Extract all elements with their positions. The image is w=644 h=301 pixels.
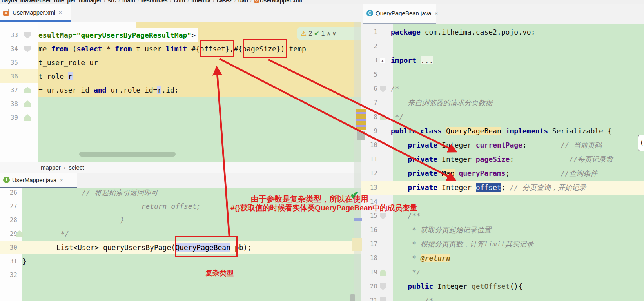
code-line[interactable]: 31}	[0, 254, 361, 268]
breadcrumb[interactable]: day09_maven-user_role_per_manager/src/ma…	[0, 0, 644, 4]
code-line[interactable]: 38	[0, 97, 361, 111]
breadcrumb-path[interactable]: day09_maven-user_role_per_manager/src/ma…	[2, 0, 302, 4]
code-line[interactable]: 11 private Integer pageSize; //每页记录数	[361, 152, 644, 166]
fold-marker-icon[interactable]	[24, 100, 31, 107]
fold-marker-icon[interactable]	[380, 114, 386, 120]
xml-tag-breadcrumb[interactable]: mapper › select	[0, 162, 361, 173]
code-line[interactable]: 34me from (select * from t_user limit #{…	[0, 42, 361, 56]
line-number[interactable]: 33	[0, 28, 18, 42]
close-icon[interactable]: ×	[58, 9, 62, 15]
breadcrumb-item-mapper[interactable]: mapper	[41, 164, 61, 171]
code-line[interactable]: 13 private Integer offset; // 分页查询，开始记录	[361, 181, 644, 195]
code-line[interactable]: 5	[361, 67, 644, 82]
line-number[interactable]: 17	[361, 237, 377, 251]
code-line[interactable]: 28 }	[0, 213, 361, 227]
code-line[interactable]: 9public class QueryPageBean implements S…	[361, 124, 644, 138]
line-number[interactable]: 29	[0, 227, 17, 241]
breadcrumb-item[interactable]: day09_maven-user_role_per_manager	[2, 0, 102, 4]
code-line[interactable]: 19 */	[361, 265, 644, 279]
editor-usermapper-java[interactable]: 26 // 将起始索引返回即可27 return offset;28 }29 *…	[0, 188, 361, 301]
line-number[interactable]: 35	[0, 56, 18, 69]
floating-widget-partial[interactable]: (	[638, 135, 644, 151]
editor-usermapper-xml[interactable]: 33esultMap="queryUsersByPageResultMap">3…	[0, 22, 361, 162]
code-line[interactable]: 3import ...	[361, 53, 644, 67]
line-number[interactable]: 11	[361, 152, 377, 166]
close-icon[interactable]: ×	[435, 10, 438, 16]
fold-marker-icon[interactable]	[24, 32, 31, 38]
fold-marker-icon[interactable]	[380, 283, 386, 290]
line-number[interactable]: 31	[0, 254, 17, 268]
code-line[interactable]: 17 * 根据分页页数，计算limit其实记录	[361, 237, 644, 251]
fold-marker-icon[interactable]	[24, 46, 31, 52]
code-line[interactable]: 14	[361, 195, 644, 209]
code-line[interactable]: 39	[0, 111, 361, 124]
line-number[interactable]: 30	[0, 241, 17, 254]
code-line[interactable]: 2	[361, 39, 644, 53]
line-number[interactable]: 15	[361, 209, 377, 223]
line-number[interactable]: 13	[361, 181, 377, 195]
line-number[interactable]: 34	[0, 42, 18, 56]
line-number[interactable]: 28	[0, 213, 17, 227]
inspections-widget[interactable]: ⚠ 2 ✔ 1 ∧ ∨	[297, 27, 361, 40]
tab-querypagebean-java[interactable]: C QueryPageBean.java ×	[363, 4, 436, 24]
line-number[interactable]: 1	[361, 25, 377, 39]
fold-marker-icon[interactable]	[380, 297, 386, 301]
code-line[interactable]: 7 来自浏览器的请求分页数据	[361, 96, 644, 110]
line-number[interactable]: 18	[361, 251, 377, 265]
line-number[interactable]: 21	[361, 294, 377, 301]
code-line[interactable]: 36t_role r	[0, 69, 361, 83]
unfold-icon[interactable]	[380, 58, 385, 63]
line-number[interactable]: 19	[361, 265, 377, 279]
tab-usermapper-java[interactable]: I UserMapper.java ×	[0, 173, 77, 188]
breadcrumb-item[interactable]: dao	[238, 0, 248, 4]
editor-splitter[interactable]	[354, 22, 361, 301]
tab-usermapper-xml[interactable]: <> UserMapper.xml ×	[0, 4, 71, 22]
code-line[interactable]: 6/*	[361, 82, 644, 96]
horizontal-scrollbar-thumb[interactable]	[79, 152, 176, 157]
editor-querypagebean-java[interactable]: 1package com.itheima.case2.pojo.vo;23imp…	[361, 24, 644, 301]
fold-marker-icon[interactable]	[380, 86, 386, 92]
line-number[interactable]: 37	[0, 83, 18, 97]
breadcrumb-item[interactable]: case2	[217, 0, 232, 4]
code-line[interactable]: 21 /*	[361, 294, 644, 301]
fold-marker-icon[interactable]	[380, 269, 386, 276]
scrollbar-thumb[interactable]	[350, 294, 355, 301]
code-line[interactable]: 20 public Integer getOffset(){	[361, 279, 644, 294]
code-line[interactable]: 15 /**	[361, 209, 644, 223]
breadcrumb-item-file[interactable]: UserMapper.xml	[260, 0, 302, 4]
scrollbar-thumb[interactable]	[357, 131, 365, 140]
line-number[interactable]: 5	[361, 67, 377, 82]
line-number[interactable]: 32	[0, 268, 17, 282]
code-line[interactable]: 10 private Integer currentPage; // 当前页码	[361, 138, 644, 152]
prev-problem-icon[interactable]: ∧	[327, 31, 330, 36]
line-number[interactable]: 16	[361, 223, 377, 237]
line-number[interactable]: 38	[0, 97, 18, 111]
code-line[interactable]: 18 * @return	[361, 251, 644, 265]
code-line[interactable]: 37= ur.user_id and ur.role_id=r.id;	[0, 83, 361, 97]
line-number[interactable]: 20	[361, 279, 377, 294]
code-line[interactable]: 8 */	[361, 110, 644, 124]
line-number[interactable]: 12	[361, 166, 377, 181]
breadcrumb-item[interactable]: com	[174, 0, 185, 4]
line-number[interactable]: 6	[361, 82, 377, 96]
line-number[interactable]: 7	[361, 96, 377, 110]
fold-marker-icon[interactable]	[380, 213, 386, 219]
code-line[interactable]: 30 List<User> queryUsersByPage(QueryPage…	[0, 241, 361, 254]
code-line[interactable]: 29 */	[0, 227, 361, 241]
fold-marker-icon[interactable]	[16, 230, 23, 237]
breadcrumb-item[interactable]: itheima	[191, 0, 210, 4]
code-line[interactable]: 26 // 将起始索引返回即可	[0, 188, 361, 199]
line-number[interactable]: 3	[361, 53, 377, 67]
code-line[interactable]: 1package com.itheima.case2.pojo.vo;	[361, 25, 644, 39]
line-number[interactable]: 36	[0, 69, 18, 83]
breadcrumb-item[interactable]: src	[108, 0, 116, 4]
code-line[interactable]: 12 private Map queryParams; //查询条件	[361, 166, 644, 181]
breadcrumb-item[interactable]: resources	[141, 0, 168, 4]
close-icon[interactable]: ×	[60, 177, 63, 183]
line-number[interactable]: 2	[361, 39, 377, 53]
fold-marker-icon[interactable]	[24, 87, 31, 93]
code-line[interactable]: 32	[0, 268, 361, 282]
line-number[interactable]: 14	[361, 195, 377, 209]
breadcrumb-item-select[interactable]: select	[69, 164, 84, 171]
next-problem-icon[interactable]: ∨	[332, 31, 336, 36]
